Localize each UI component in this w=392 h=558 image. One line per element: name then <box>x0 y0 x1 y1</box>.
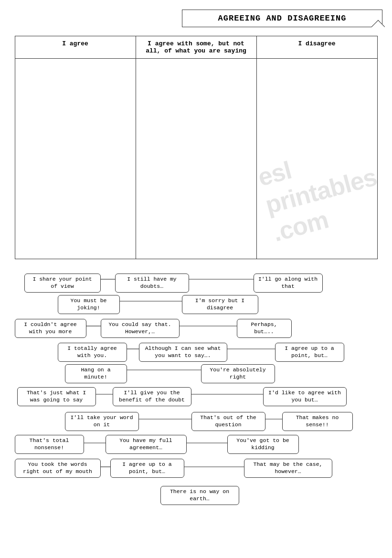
phrase-p9: I totally agree with you. <box>58 343 127 362</box>
title-fold-decoration <box>371 20 385 33</box>
phrase-p18: That's out of the question <box>191 412 265 431</box>
phrase-p11: I agree up to a point, but… <box>275 343 344 362</box>
page-title: AGREEING AND DISAGREEING <box>197 14 368 23</box>
phrase-p7: You could say that. However,… <box>101 319 180 338</box>
phrase-p23: You took the words right out of my mouth <box>15 459 101 478</box>
phrase-p5: I'm sorry but I disagree <box>182 295 258 314</box>
phrase-p17: I'll take your word on it <box>65 412 139 431</box>
phrase-p25: That may be the case, however… <box>244 459 332 478</box>
phrase-p19: That makes no sense!! <box>282 412 353 431</box>
phrase-p22: You've got to be kidding <box>227 435 299 454</box>
phrase-p12: Hang on a minute! <box>65 364 127 383</box>
col3-cell <box>256 59 377 259</box>
phrase-p24: I agree up to a point, but… <box>110 459 184 478</box>
phrase-p26: There is no way on earth… <box>160 486 239 505</box>
col2-header: I agree with some, but not all, of what … <box>136 36 256 59</box>
phrase-p1: I share your point of view <box>24 274 101 293</box>
phrase-p3: I'll go along with that <box>254 274 323 293</box>
col2-cell <box>136 59 256 259</box>
category-table: I agree I agree with some, but not all, … <box>15 36 378 259</box>
col1-cell <box>15 59 136 259</box>
phrase-p14: That's just what I was going to say <box>17 387 96 406</box>
phrase-p6: I couldn't agree with you more <box>15 319 86 338</box>
phrase-p13: You're absolutely right <box>201 364 275 383</box>
phrase-p2: I still have my doubts… <box>115 274 189 293</box>
phrase-p10: Although I can see what you want to say…… <box>139 343 227 362</box>
col3-header: I disagree <box>256 36 377 59</box>
phrase-p21: You have my full agreement… <box>106 435 187 454</box>
phrase-p15: I'll give you the benefit of the doubt <box>113 387 191 406</box>
phrase-p16: I'd like to agree with you but… <box>263 387 347 406</box>
title-box: AGREEING AND DISAGREEING <box>182 10 382 27</box>
phrase-p4: You must be joking! <box>58 295 120 314</box>
phrase-p20: That's total nonsense! <box>15 435 84 454</box>
phrases-area: I share your point of viewI still have m… <box>10 269 382 536</box>
col1-header: I agree <box>15 36 136 59</box>
phrase-p8: Perhaps, but….. <box>237 319 292 338</box>
